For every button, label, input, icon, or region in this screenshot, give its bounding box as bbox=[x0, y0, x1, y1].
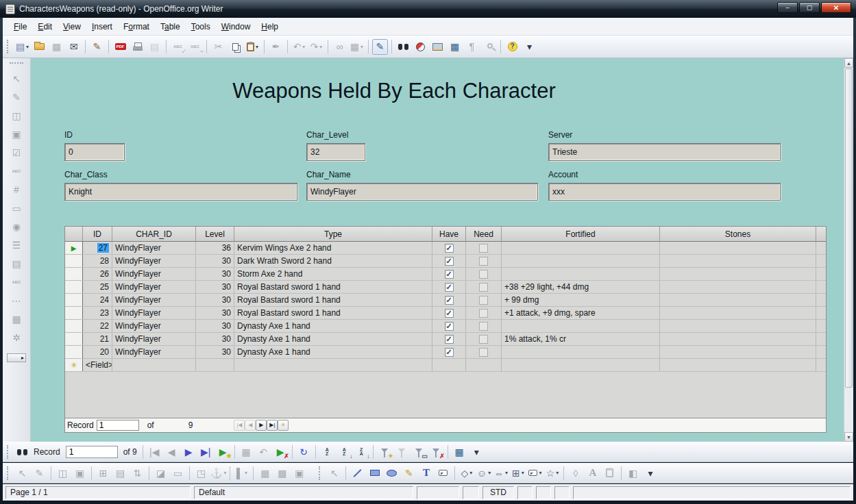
cell-have[interactable]: ✓ bbox=[432, 281, 466, 293]
grid-new-record-button[interactable]: ✳ bbox=[278, 420, 289, 431]
stars-banners-dropdown-icon[interactable]: ▾ bbox=[556, 470, 559, 476]
cell-type[interactable]: Royal Bastard sword 1 hand bbox=[234, 307, 432, 319]
cell-stones[interactable] bbox=[660, 242, 816, 254]
status-page-style[interactable]: Default bbox=[194, 486, 413, 499]
scroll-up-icon[interactable]: ▲ bbox=[844, 58, 853, 68]
cell-level[interactable]: 30 bbox=[196, 255, 234, 267]
status-insert-mode[interactable] bbox=[463, 486, 479, 499]
cell-have[interactable]: ✓ bbox=[432, 294, 466, 306]
export-to-pdf-button[interactable]: PDF bbox=[112, 39, 128, 55]
gallery-button[interactable] bbox=[430, 39, 445, 55]
print-button[interactable] bbox=[130, 39, 145, 55]
table-row[interactable]: 24WindyFlayer30Royal Bastard sword 1 han… bbox=[65, 294, 826, 307]
have-checkbox[interactable]: ✓ bbox=[445, 348, 454, 357]
cell-fortified[interactable]: +38 +29 light, +44 dmg bbox=[502, 281, 660, 293]
open-button[interactable] bbox=[32, 39, 47, 55]
status-zoom-area[interactable] bbox=[573, 486, 851, 499]
flowcharts-button[interactable]: ⊞▾ bbox=[510, 465, 526, 481]
table-row[interactable]: 23WindyFlayer30Royal Bastard sword 1 han… bbox=[65, 307, 826, 320]
cell-type[interactable]: Storm Axe 2 hand bbox=[234, 268, 432, 280]
cell-level[interactable]: 30 bbox=[196, 333, 234, 345]
close-button[interactable]: ✕ bbox=[821, 2, 851, 13]
menu-format[interactable]: Format bbox=[118, 19, 155, 34]
cell-have[interactable]: ✓ bbox=[432, 333, 466, 345]
cell-char_id[interactable]: WindyFlayer bbox=[112, 294, 196, 306]
draw-freeform-line-button[interactable]: ✎ bbox=[401, 465, 417, 481]
draw-line-button[interactable] bbox=[350, 465, 365, 481]
new-record-row[interactable]: ✳<Field> bbox=[65, 359, 826, 372]
cell-need[interactable] bbox=[466, 320, 502, 332]
table-row[interactable]: 26WindyFlayer30Storm Axe 2 hand✓ bbox=[65, 268, 826, 281]
field-account[interactable]: xxx bbox=[548, 183, 781, 201]
new-document-dropdown-icon[interactable]: ▾ bbox=[26, 44, 29, 50]
cell-stones[interactable] bbox=[660, 346, 816, 358]
draw-ellipse-button[interactable] bbox=[384, 465, 400, 481]
cell-stones[interactable] bbox=[660, 333, 816, 345]
cell-id[interactable]: 26 bbox=[83, 268, 112, 280]
grid-next-record-button[interactable]: ▶ bbox=[256, 420, 267, 431]
formnav-overflow-button[interactable]: ▾ bbox=[469, 444, 485, 459]
field-char-class[interactable]: Knight bbox=[64, 183, 297, 201]
menu-edit[interactable]: Edit bbox=[32, 19, 58, 34]
need-checkbox[interactable] bbox=[479, 244, 488, 253]
cell-have[interactable]: ✓ bbox=[432, 242, 466, 254]
document-as-email-button[interactable]: ✉ bbox=[66, 39, 82, 55]
field-char-name[interactable]: WindyFlayer bbox=[306, 183, 538, 201]
cell-type[interactable]: Dark Wrath Sword 2 hand bbox=[234, 255, 432, 267]
have-checkbox[interactable]: ✓ bbox=[445, 244, 454, 253]
row-selector[interactable]: ✳ bbox=[65, 359, 83, 371]
block-arrows-dropdown-icon[interactable]: ▾ bbox=[505, 470, 508, 476]
fd-change-anchor-dropdown-icon[interactable]: ▾ bbox=[223, 470, 226, 476]
cell-empty[interactable] bbox=[234, 359, 432, 371]
need-checkbox[interactable] bbox=[479, 257, 488, 266]
cell-stones[interactable] bbox=[660, 281, 816, 293]
cell-fortified[interactable] bbox=[502, 346, 660, 358]
record-input[interactable] bbox=[66, 446, 118, 458]
menu-tools[interactable]: Tools bbox=[186, 19, 216, 34]
cell-stones[interactable] bbox=[660, 294, 816, 306]
column-header-char_id[interactable]: CHAR_ID bbox=[112, 227, 196, 241]
status-signature[interactable] bbox=[554, 486, 570, 499]
table-row[interactable]: ▶27WindyFlayer36Kervim Wings Axe 2 hand✓ bbox=[65, 242, 826, 255]
menu-view[interactable]: View bbox=[58, 19, 86, 34]
cell-empty[interactable] bbox=[112, 359, 196, 371]
last-record-button[interactable]: ▶| bbox=[198, 444, 214, 459]
maximize-button[interactable]: ▢ bbox=[799, 2, 820, 13]
draw-text-button[interactable]: T bbox=[418, 465, 434, 481]
cell-need[interactable] bbox=[466, 333, 502, 345]
cell-id[interactable]: 22 bbox=[83, 320, 112, 332]
find-record-button[interactable] bbox=[14, 444, 30, 459]
column-header-fortified[interactable]: Fortified bbox=[502, 227, 660, 241]
toolbar-grip[interactable] bbox=[7, 466, 10, 480]
find-and-replace-button[interactable] bbox=[395, 39, 411, 55]
stars-banners-button[interactable]: ☆▾ bbox=[544, 465, 560, 481]
cell-empty[interactable] bbox=[502, 359, 660, 371]
cell-have[interactable]: ✓ bbox=[432, 255, 466, 267]
table-row[interactable]: 22WindyFlayer30Dynasty Axe 1 hand✓ bbox=[65, 320, 826, 333]
cell-level[interactable]: 36 bbox=[196, 242, 234, 254]
navigator-button[interactable] bbox=[413, 39, 428, 55]
cell-type[interactable]: Royal Bastard sword 1 hand bbox=[234, 281, 432, 293]
need-checkbox[interactable] bbox=[479, 322, 488, 331]
flowcharts-dropdown-icon[interactable]: ▾ bbox=[522, 470, 524, 476]
row-selector[interactable] bbox=[65, 281, 83, 293]
row-selector[interactable] bbox=[65, 294, 83, 306]
callouts-dropdown-icon[interactable]: ▾ bbox=[539, 470, 541, 476]
row-selector[interactable]: ▶ bbox=[65, 242, 83, 254]
column-header-have[interactable]: Have bbox=[432, 227, 466, 241]
cell-char_id[interactable]: WindyFlayer bbox=[112, 242, 196, 254]
need-checkbox[interactable] bbox=[479, 348, 488, 357]
row-selector[interactable] bbox=[65, 346, 83, 358]
paste-button[interactable]: ▾ bbox=[245, 39, 260, 55]
cell-fortified[interactable]: 1% attack, 1% cr bbox=[502, 333, 660, 345]
cell-level[interactable]: 30 bbox=[196, 320, 234, 332]
cell-char_id[interactable]: WindyFlayer bbox=[112, 268, 196, 280]
row-selector[interactable] bbox=[65, 255, 83, 267]
toolbar-grip[interactable] bbox=[7, 445, 10, 459]
cell-level[interactable]: 30 bbox=[196, 281, 234, 293]
menu-table[interactable]: Table bbox=[155, 19, 186, 34]
data-sources-button[interactable]: ▦ bbox=[447, 39, 463, 55]
cell-need[interactable] bbox=[466, 268, 502, 280]
have-checkbox[interactable]: ✓ bbox=[445, 257, 454, 266]
basic-shapes-button[interactable]: ◇▾ bbox=[458, 465, 474, 481]
